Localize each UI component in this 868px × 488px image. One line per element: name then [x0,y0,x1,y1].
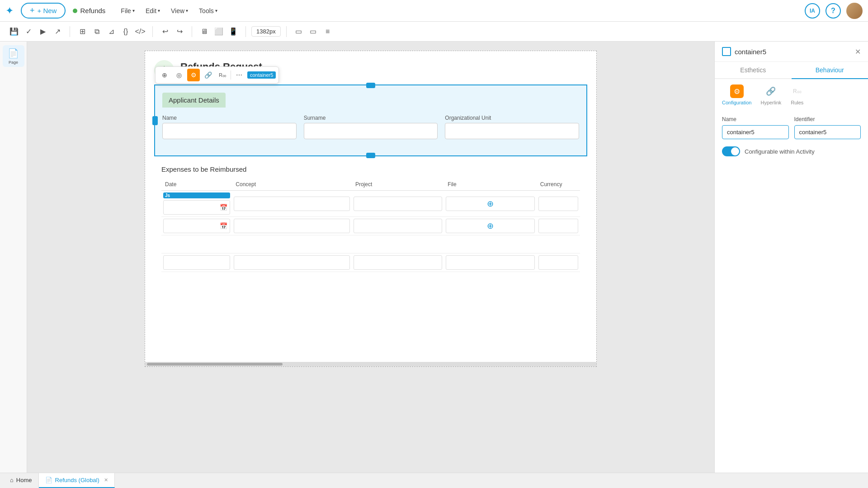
configurable-toggle[interactable] [722,146,740,156]
toggle-row: Configurable within Activity [722,146,861,156]
code-button[interactable]: {} [119,25,132,38]
rules-label: Rules [791,100,803,105]
panel-close-button[interactable]: ✕ [855,47,861,56]
total-project-input[interactable] [354,255,442,270]
menu-edit[interactable]: Edit ▾ [141,5,165,16]
rules-tool-button[interactable]: R₀₀ [216,69,229,81]
sub-tab-hyperlink[interactable]: 🔗 Hyperlink [760,84,781,109]
project-input-1[interactable] [354,197,442,211]
configuration-icon: ⚙ [730,84,744,98]
name-identifier-row: Name Identifier [722,116,861,139]
applicant-form-grid: Name Surname Organizational Unit [162,108,579,146]
home-label: Home [16,477,32,483]
sep3 [192,26,192,37]
sub-tab-configuration[interactable]: ⚙ Configuration [722,84,751,109]
resize-handle-left[interactable] [152,116,158,125]
menu-bar: File ▾ Edit ▾ View ▾ Tools ▾ [116,5,222,16]
tab-esthetics[interactable]: Esthetics [715,62,792,79]
tab-close-button[interactable]: ✕ [104,477,108,483]
applicant-section-header: Applicant Details [162,93,226,108]
tab-refunds[interactable]: 📄 Refunds (Global) ✕ [39,473,115,488]
total-concept-input[interactable] [234,255,350,270]
horizontal-scrollbar[interactable] [145,362,596,366]
concept-input-1[interactable] [234,197,350,211]
sub-tab-rules[interactable]: R₀₀ Rules [790,84,804,109]
menu-view[interactable]: View ▾ [166,5,193,16]
top-bar-right: IA ? [805,3,863,19]
layers-button[interactable]: ⧉ [90,25,104,38]
panel-content: Name Identifier Configurable within Acti… [715,109,868,473]
concept-input-2[interactable] [234,219,350,233]
identifier-field-input[interactable] [794,125,861,139]
check-button[interactable]: ✓ [22,25,35,38]
table-row: Js 📅 [161,191,580,217]
float-sep [231,70,231,80]
container-label[interactable]: container5 [247,71,276,79]
toggle-label: Configurable within Activity [745,148,815,155]
name-input[interactable] [162,123,297,139]
hyperlink-icon: 🔗 [764,84,778,98]
filter-button[interactable]: ⊿ [104,25,118,38]
name-field-input[interactable] [722,125,789,139]
currency-cell-1 [537,191,580,217]
expenses-table-header-row: Date Concept Project File Currency [161,178,580,191]
menu-tools[interactable]: Tools ▾ [194,5,222,16]
layout3-button[interactable]: ≡ [321,25,335,38]
table-row-empty [161,235,580,253]
resize-handle-top[interactable] [366,83,375,88]
date-input-1[interactable] [163,200,230,215]
new-button[interactable]: + + New [21,3,66,19]
resize-handle-bottom[interactable] [366,153,375,158]
file-upload-1[interactable]: ⊕ [446,197,534,211]
total-file-input[interactable] [446,255,534,270]
menu-file[interactable]: File ▾ [116,5,139,16]
org-unit-input[interactable] [445,123,579,139]
date-cell-2: 📅 [161,217,232,235]
currency-input-2[interactable] [538,219,578,233]
layout2-button[interactable]: ▭ [307,25,320,38]
save-button[interactable]: 💾 [7,25,21,38]
right-panel: container5 ✕ Esthetics Behaviour ⚙ Confi… [714,42,868,473]
tab-behaviour[interactable]: Behaviour [792,62,868,79]
help-button[interactable]: ? [826,3,841,19]
layout-tools: ▭ ▭ ≡ [292,25,335,38]
project-cell-2 [352,217,444,235]
date-input-wrap-2: 📅 [163,219,230,233]
tablet-button[interactable]: ⬜ [212,25,226,38]
export-button[interactable]: ↗ [51,25,64,38]
avatar[interactable] [846,3,863,19]
run-button[interactable]: ▶ [36,25,50,38]
total-concept [232,253,352,272]
select-tool-button[interactable]: ◎ [173,69,185,81]
canvas-area: $ Refunds Request {description} ⊕ ◎ ⚙ 🔗 … [27,42,714,473]
tab-home[interactable]: ⌂ Home [4,473,39,488]
grid-button[interactable]: ⊞ [75,25,89,38]
scrollbar-thumb[interactable] [147,363,283,366]
file-upload-2[interactable]: ⊕ [446,219,534,233]
surname-input[interactable] [304,123,438,139]
surname-field: Surname [304,115,438,139]
panel-header: container5 ✕ [715,42,868,62]
total-date-input[interactable] [163,255,230,270]
container5[interactable]: ⊕ ◎ ⚙ 🔗 R₀₀ ⋯ container5 Applicant Detai… [154,84,587,156]
concept-cell-1 [232,191,352,217]
sep1 [70,26,70,37]
settings-tool-button[interactable]: ⚙ [187,69,200,81]
link-tool-button[interactable]: 🔗 [202,69,214,81]
project-input-2[interactable] [354,219,442,233]
sidebar-item-page[interactable]: 📄 Page [3,45,24,67]
mobile-button[interactable]: 📱 [226,25,240,38]
layout1-button[interactable]: ▭ [292,25,306,38]
ia-button[interactable]: IA [805,3,820,19]
total-currency-input[interactable] [538,255,578,270]
undo-button[interactable]: ↩ [158,25,172,38]
currency-input-1[interactable] [538,197,578,211]
col-project: Project [352,178,444,191]
html-button[interactable]: </> [133,25,147,38]
desktop-button[interactable]: 🖥 [198,25,211,38]
more-tool-button[interactable]: ⋯ [233,69,245,81]
date-input-2[interactable] [163,219,230,233]
redo-button[interactable]: ↪ [173,25,186,38]
js-badge: Js [163,192,230,198]
move-tool-button[interactable]: ⊕ [158,69,171,81]
